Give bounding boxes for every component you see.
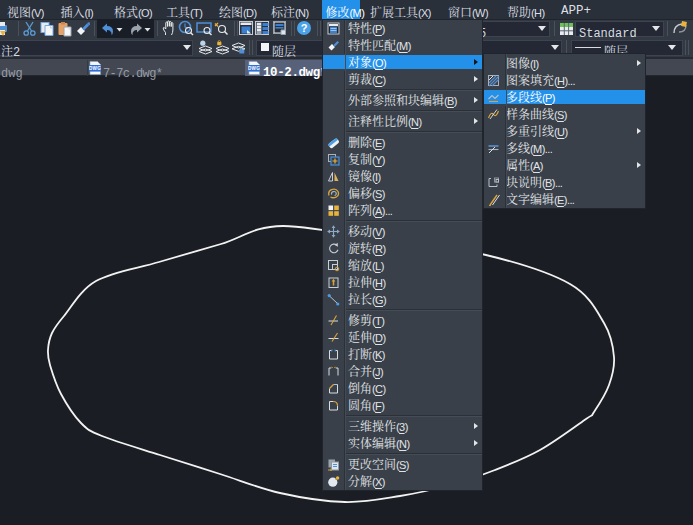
svg-text:?: ? bbox=[301, 22, 308, 34]
svg-text:DWG: DWG bbox=[248, 66, 260, 71]
svg-text:DWG: DWG bbox=[89, 66, 101, 71]
